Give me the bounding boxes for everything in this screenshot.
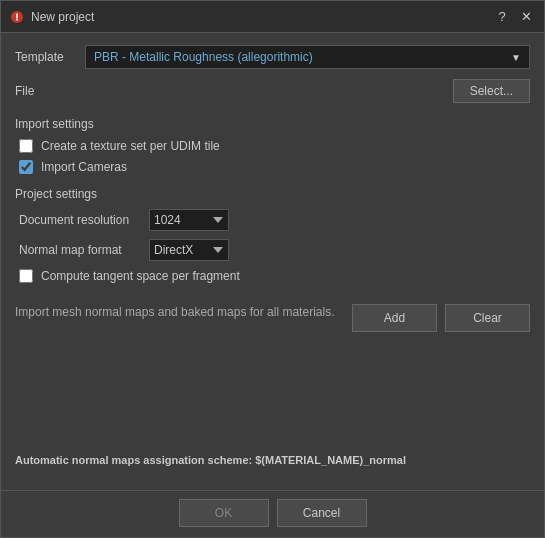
import-mesh-description: Import mesh normal maps and baked maps f… — [15, 304, 340, 321]
dialog-content: Template PBR - Metallic Roughness (alleg… — [1, 33, 544, 490]
import-settings-section: Import settings Create a texture set per… — [15, 117, 530, 181]
import-settings-title: Import settings — [15, 117, 530, 131]
spacer — [15, 332, 530, 454]
file-row: File Select... — [15, 79, 530, 103]
cancel-button[interactable]: Cancel — [277, 499, 367, 527]
texture-set-checkbox-row: Create a texture set per UDIM tile — [15, 139, 530, 153]
texture-set-checkbox[interactable] — [19, 139, 33, 153]
bottom-note-prefix: Automatic normal maps assignation scheme… — [15, 454, 255, 466]
project-settings-section: Project settings Document resolution 512… — [15, 187, 530, 290]
footer-buttons: OK Cancel — [1, 490, 544, 537]
select-button[interactable]: Select... — [453, 79, 530, 103]
compute-tangent-checkbox[interactable] — [19, 269, 33, 283]
normal-map-format-select[interactable]: DirectX OpenGL — [149, 239, 229, 261]
normal-map-format-label: Normal map format — [19, 243, 149, 257]
app-icon — [9, 9, 25, 25]
bottom-note-scheme: $(MATERIAL_NAME)_normal — [255, 454, 406, 466]
import-cameras-label: Import Cameras — [41, 160, 127, 174]
import-cameras-checkbox[interactable] — [19, 160, 33, 174]
template-value: PBR - Metallic Roughness (allegorithmic) — [94, 50, 313, 64]
import-mesh-row: Import mesh normal maps and baked maps f… — [15, 304, 530, 332]
compute-tangent-label: Compute tangent space per fragment — [41, 269, 240, 283]
texture-set-label: Create a texture set per UDIM tile — [41, 139, 220, 153]
template-label: Template — [15, 50, 75, 64]
title-bar-actions: ? ✕ — [492, 7, 536, 27]
document-resolution-row: Document resolution 512 1024 2048 4096 — [15, 209, 530, 231]
ok-button[interactable]: OK — [179, 499, 269, 527]
compute-tangent-row: Compute tangent space per fragment — [15, 269, 530, 283]
new-project-dialog: New project ? ✕ Template PBR - Metallic … — [0, 0, 545, 538]
document-resolution-select[interactable]: 512 1024 2048 4096 — [149, 209, 229, 231]
import-cameras-checkbox-row: Import Cameras — [15, 160, 530, 174]
mesh-buttons: Add Clear — [352, 304, 530, 332]
help-button[interactable]: ? — [492, 7, 512, 27]
bottom-note: Automatic normal maps assignation scheme… — [15, 454, 530, 466]
template-dropdown[interactable]: PBR - Metallic Roughness (allegorithmic)… — [85, 45, 530, 69]
project-settings-title: Project settings — [15, 187, 530, 201]
dialog-title: New project — [31, 10, 492, 24]
normal-map-format-row: Normal map format DirectX OpenGL — [15, 239, 530, 261]
document-resolution-label: Document resolution — [19, 213, 149, 227]
file-label: File — [15, 84, 75, 98]
add-button[interactable]: Add — [352, 304, 437, 332]
template-row: Template PBR - Metallic Roughness (alleg… — [15, 45, 530, 69]
clear-button[interactable]: Clear — [445, 304, 530, 332]
template-dropdown-arrow: ▼ — [511, 52, 521, 63]
close-button[interactable]: ✕ — [516, 7, 536, 27]
title-bar: New project ? ✕ — [1, 1, 544, 33]
